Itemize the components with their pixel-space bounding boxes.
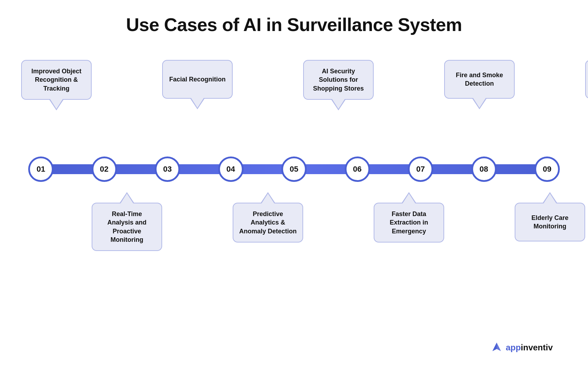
bottom-slot-6 [444,185,515,234]
top-slot-2: Facial Recognition [162,53,233,99]
bubble-realtime: Real-Time Analysis and Proactive Monitor… [92,203,162,251]
bubble-improved-object: Improved Object Recognition & Tracking [21,60,92,100]
top-slot-6: Fire and Smoke Detection [444,53,515,99]
node-05: 05 [281,157,307,182]
top-slot-0: Improved Object Recognition & Tracking [21,53,92,100]
timeline-row: 01 02 03 04 05 06 07 08 09 [21,155,567,183]
top-slot-5 [374,53,444,102]
bottom-slot-7: Elderly Care Monitoring [515,185,585,241]
bottom-slot-1: Real-Time Analysis and Proactive Monitor… [92,185,162,251]
bubble-faster-data: Faster Data Extraction in Emergency [374,203,444,243]
bottom-slot-0 [21,185,92,234]
node-03: 03 [155,157,180,182]
diagram-area: Improved Object Recognition & Tracking F… [21,53,567,357]
top-bubbles: Improved Object Recognition & Tracking F… [21,53,567,153]
logo-area: appinventiv [490,341,553,354]
bottom-slot-3: Predictive Analytics & Anomaly Detection [233,185,303,243]
page-container: Use Cases of AI in Surveillance System I… [0,0,588,368]
node-04: 04 [218,157,244,182]
bottom-slot-8 [585,185,588,234]
top-slot-8: Efficient Traffic Management [585,53,588,99]
top-slot-7 [515,53,585,102]
bubble-predictive: Predictive Analytics & Anomaly Detection [233,203,303,243]
bubble-facial: Facial Recognition [162,60,233,99]
bottom-bubbles: Real-Time Analysis and Proactive Monitor… [21,185,567,284]
node-07: 07 [408,157,433,182]
node-09: 09 [534,157,560,182]
node-06: 06 [345,157,370,182]
bottom-slot-2 [162,185,233,234]
node-08: 08 [471,157,497,182]
bubble-traffic: Efficient Traffic Management [585,60,588,99]
top-slot-4: AI Security Solutions for Shopping Store… [303,53,374,100]
bubble-ai-security: AI Security Solutions for Shopping Store… [303,60,374,100]
bottom-slot-4 [303,185,374,234]
bubble-fire-smoke: Fire and Smoke Detection [444,60,515,99]
bubble-elderly: Elderly Care Monitoring [515,203,585,241]
top-slot-3 [233,53,303,102]
bottom-slot-5: Faster Data Extraction in Emergency [374,185,444,243]
node-02: 02 [92,157,117,182]
appinventiv-logo-icon [490,341,503,354]
logo-text: appinventiv [506,343,553,352]
nodes-container: 01 02 03 04 05 06 07 08 09 [28,155,560,183]
node-01: 01 [28,157,54,182]
top-slot-1 [92,53,162,102]
page-title: Use Cases of AI in Surveillance System [126,14,462,35]
